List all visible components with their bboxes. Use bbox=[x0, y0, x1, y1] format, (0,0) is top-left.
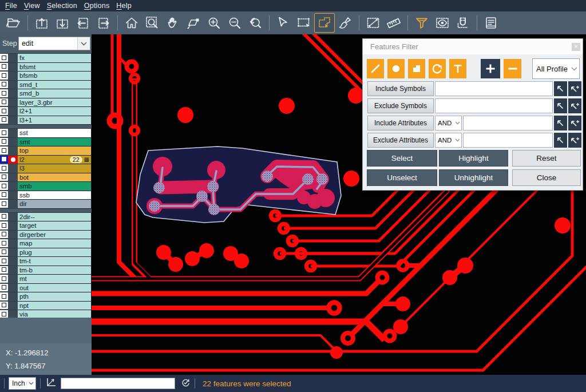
include-symbols-input[interactable] bbox=[435, 81, 553, 96]
active-layer-marker[interactable] bbox=[8, 173, 18, 183]
layer-row-bot[interactable]: bot bbox=[0, 173, 92, 183]
clean-brush-icon[interactable] bbox=[335, 13, 355, 33]
menu-item-view[interactable]: View bbox=[21, 1, 43, 11]
active-layer-marker[interactable] bbox=[8, 213, 18, 222]
layer-checkbox[interactable] bbox=[0, 292, 8, 302]
include-attributes-logic-dropdown[interactable]: AND bbox=[435, 116, 462, 130]
chevron-down-icon[interactable] bbox=[453, 138, 461, 142]
layer-checkbox[interactable] bbox=[0, 266, 8, 275]
active-layer-marker[interactable] bbox=[8, 284, 18, 293]
active-layer-marker[interactable] bbox=[8, 239, 18, 248]
pick-icon[interactable] bbox=[554, 116, 567, 130]
layer-row-map[interactable]: map bbox=[0, 239, 92, 248]
active-layer-marker[interactable] bbox=[8, 231, 18, 240]
layer-checkbox[interactable] bbox=[0, 81, 8, 90]
layer-row-dir[interactable]: dir bbox=[0, 200, 92, 209]
layer-checkbox[interactable] bbox=[0, 213, 8, 222]
zoom-previous-icon[interactable] bbox=[245, 13, 266, 33]
layer-checkbox[interactable] bbox=[0, 302, 8, 311]
layer-row-tm-t[interactable]: tm-t bbox=[0, 257, 92, 266]
exclude-attributes-logic-dropdown[interactable]: AND bbox=[435, 133, 462, 148]
line-feature-icon[interactable] bbox=[367, 59, 384, 78]
pick-icon[interactable] bbox=[554, 98, 567, 113]
layer-row-smt[interactable]: smt bbox=[0, 138, 92, 147]
layer-checkbox[interactable] bbox=[0, 284, 8, 293]
highlight-button[interactable]: Highlight bbox=[439, 150, 508, 167]
layer-checkbox[interactable] bbox=[0, 231, 8, 240]
unselect-button[interactable]: Unselect bbox=[367, 169, 437, 186]
open-folder-icon[interactable] bbox=[3, 13, 24, 33]
layer-name-cell[interactable]: dirgerber bbox=[18, 231, 92, 240]
active-layer-marker[interactable] bbox=[8, 146, 18, 156]
layer-checkbox[interactable] bbox=[0, 164, 8, 173]
layer-name-cell[interactable]: l3+1 bbox=[18, 116, 92, 125]
refresh-icon[interactable] bbox=[181, 378, 191, 390]
active-layer-marker[interactable] bbox=[8, 81, 18, 90]
active-layer-marker[interactable] bbox=[8, 138, 18, 147]
exclude-symbols-button[interactable]: Exclude Symbols bbox=[367, 98, 434, 113]
include-attributes-button[interactable]: Include Attributes bbox=[367, 116, 434, 130]
layer-checkbox[interactable] bbox=[0, 191, 8, 200]
step-dropdown[interactable]: edit bbox=[18, 37, 90, 50]
paste-right-icon[interactable] bbox=[93, 13, 114, 33]
layer-checkbox[interactable] bbox=[0, 54, 8, 63]
include-attributes-input[interactable] bbox=[463, 116, 553, 130]
unit-dropdown[interactable]: Inch bbox=[9, 377, 36, 390]
unhighlight-button[interactable]: Unhighlight bbox=[439, 169, 508, 186]
chevron-down-icon[interactable] bbox=[26, 382, 35, 385]
show-selection-icon[interactable] bbox=[432, 13, 453, 33]
menu-item-file[interactable]: File bbox=[2, 1, 21, 11]
layer-row-bfsmb[interactable]: bfsmb bbox=[0, 72, 92, 81]
remove-filter-icon[interactable] bbox=[504, 59, 521, 78]
active-layer-marker[interactable] bbox=[8, 221, 18, 231]
layer-row-target[interactable]: target bbox=[0, 221, 92, 231]
paste-left-icon[interactable] bbox=[73, 13, 93, 33]
layer-name-cell[interactable]: top bbox=[18, 146, 92, 156]
chevron-down-icon[interactable] bbox=[453, 121, 461, 125]
paste-up-icon[interactable] bbox=[31, 13, 52, 33]
zoom-polygon-icon[interactable] bbox=[183, 13, 204, 33]
layer-row-sst[interactable]: sst bbox=[0, 129, 92, 138]
zoom-out-icon[interactable] bbox=[224, 13, 245, 33]
active-layer-marker[interactable] bbox=[8, 182, 18, 191]
layer-row-l2[interactable]: l222▦ bbox=[0, 156, 92, 165]
pick-add-icon[interactable] bbox=[568, 133, 581, 148]
paste-down-icon[interactable] bbox=[52, 13, 73, 33]
active-layer-marker[interactable] bbox=[8, 72, 18, 81]
polyline-select-icon[interactable] bbox=[314, 13, 335, 33]
layer-name-cell[interactable]: smd_t bbox=[18, 81, 92, 90]
layer-row-layer_3.gbr[interactable]: layer_3.gbr bbox=[0, 98, 92, 108]
layer-checkbox[interactable] bbox=[0, 72, 8, 81]
layer-row-bfsmt[interactable]: bfsmt bbox=[0, 63, 92, 72]
exclude-attributes-input[interactable] bbox=[463, 133, 553, 148]
layer-checkbox[interactable] bbox=[0, 173, 8, 183]
menu-item-selection[interactable]: Selection bbox=[43, 1, 81, 11]
rectangle-select-icon[interactable] bbox=[294, 13, 314, 33]
reset-button[interactable]: Reset bbox=[512, 150, 581, 167]
layer-row-smd_t[interactable]: smd_t bbox=[0, 81, 92, 90]
layer-name-cell[interactable]: bfsmt bbox=[18, 63, 92, 72]
active-layer-marker[interactable] bbox=[8, 200, 18, 209]
layer-name-cell[interactable]: tm-t bbox=[18, 257, 92, 266]
layer-row-pth[interactable]: pth bbox=[0, 292, 92, 302]
layer-name-cell[interactable]: 2dir-- bbox=[18, 213, 92, 222]
layer-row-l2+1[interactable]: l2+1 bbox=[0, 107, 92, 116]
layer-name-cell[interactable]: smd_b bbox=[18, 89, 92, 98]
report-notes-icon[interactable] bbox=[481, 13, 501, 33]
layer-row-mt[interactable]: mt bbox=[0, 275, 92, 284]
layer-row-l3+1[interactable]: l3+1 bbox=[0, 116, 92, 125]
layer-name-cell[interactable]: out bbox=[18, 284, 92, 293]
layer-name-cell[interactable]: pth bbox=[18, 292, 92, 302]
layer-name-cell[interactable]: smt bbox=[18, 138, 92, 147]
active-layer-marker[interactable] bbox=[8, 275, 18, 284]
grid-icon[interactable]: ▦ bbox=[84, 157, 89, 163]
layer-checkbox[interactable] bbox=[0, 116, 8, 125]
layer-name-cell[interactable]: mt bbox=[18, 275, 92, 284]
layer-checkbox[interactable] bbox=[0, 275, 8, 284]
close-icon[interactable]: × bbox=[572, 43, 580, 51]
exclude-attributes-button[interactable]: Exclude Attributes bbox=[367, 133, 434, 148]
angle-mode-icon[interactable] bbox=[46, 377, 57, 390]
active-layer-marker[interactable] bbox=[8, 54, 18, 63]
layer-checkbox[interactable] bbox=[0, 248, 8, 258]
layer-name-cell[interactable]: map bbox=[18, 239, 92, 248]
